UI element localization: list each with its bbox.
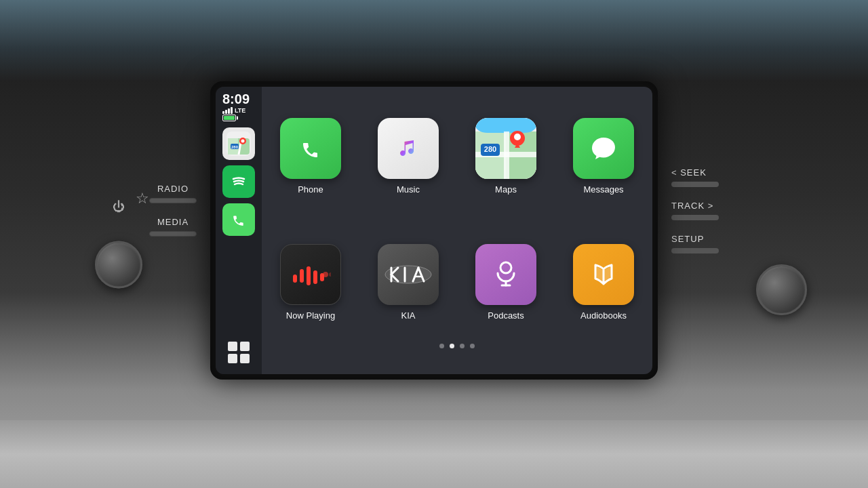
maps-icon-large[interactable]: 280 [475,118,536,179]
app-phone[interactable]: Phone [269,100,353,213]
seek-slider[interactable] [671,182,719,187]
app-maps[interactable]: 280 Maps [464,100,548,213]
lte-label: LTE [235,107,245,114]
signal-bar-2 [225,110,227,114]
carplay-screen: 8:09 LTE [216,87,652,374]
svg-rect-25 [300,269,304,283]
svg-rect-27 [313,270,317,284]
setup-button-group[interactable]: SETUP [671,234,719,253]
battery-fill [224,116,235,120]
track-button-group[interactable]: TRACK > [671,201,719,220]
signal-bar-1 [222,111,224,114]
app-messages[interactable]: Messages [561,100,646,213]
status-icons: LTE [222,107,250,121]
signal-bar-4 [231,107,233,114]
sidebar: 280 [216,87,262,374]
nowplaying-label: Now Playing [286,310,335,321]
phone-icon[interactable] [280,118,341,179]
status-time: 8:09 [222,92,250,106]
podcasts-icon[interactable] [475,244,536,305]
app-podcasts[interactable]: Podcasts [464,226,548,339]
battery-indicator [222,115,236,121]
app-grid-container: Phone [262,87,652,374]
svg-point-4 [241,140,245,143]
app-music[interactable]: Music [366,100,450,213]
page-dot-2[interactable] [450,344,454,348]
svg-point-8 [229,172,248,191]
power-area: ⏻ [95,200,142,289]
svg-point-30 [329,272,331,277]
svg-rect-26 [307,266,311,285]
track-label: TRACK > [671,201,713,211]
setup-slider[interactable] [671,248,719,253]
grid-view-icon[interactable] [226,340,251,367]
svg-rect-12 [228,354,237,363]
favorite-icon[interactable]: ☆ [136,190,149,207]
media-slider[interactable] [149,231,197,237]
app-nowplaying[interactable]: Now Playing [269,226,353,339]
messages-label: Messages [583,184,623,195]
page-dot-1[interactable] [439,344,444,348]
messages-icon[interactable] [573,118,634,179]
right-panel: < SEEK TRACK > SETUP [651,0,868,420]
media-button-group[interactable]: MEDIA [149,217,197,237]
nowplaying-icon[interactable] [280,244,341,305]
audiobooks-icon[interactable] [573,244,634,305]
setup-label: SETUP [671,234,704,244]
sidebar-spotify-icon[interactable] [222,165,255,198]
svg-text:280: 280 [231,145,239,149]
dashboard-bottom [0,420,868,488]
screen-bezel: 8:09 LTE [210,81,658,380]
page-dot-3[interactable] [460,344,465,348]
phone-label: Phone [298,184,323,195]
battery-icon [222,115,236,121]
svg-rect-9 [226,207,251,232]
app-grid: Phone [269,100,646,338]
radio-label: RADIO [157,184,189,194]
svg-point-29 [323,272,328,277]
kia-icon[interactable] [378,244,439,305]
svg-rect-11 [240,342,250,351]
maps-label: Maps [495,184,517,195]
power-icon[interactable]: ⏻ [113,200,125,214]
app-kia[interactable]: KIA [366,226,450,339]
svg-rect-17 [475,118,536,133]
sidebar-maps-icon[interactable]: 280 [222,127,255,160]
app-audiobooks[interactable]: Audiobooks [561,226,646,339]
seek-label: < SEEK [671,167,707,178]
podcasts-label: Podcasts [488,310,524,321]
signal-indicator: LTE [222,107,245,114]
seek-button-group[interactable]: < SEEK [671,167,719,187]
signal-bar-3 [228,108,230,114]
radio-button-group[interactable]: RADIO [149,184,197,203]
svg-text:280: 280 [484,145,496,153]
svg-rect-10 [228,342,237,351]
svg-rect-13 [240,354,250,363]
status-bar: 8:09 LTE [216,87,270,121]
page-indicator [439,338,475,354]
audiobooks-label: Audiobooks [580,310,627,321]
svg-rect-24 [293,274,297,283]
media-label: MEDIA [157,217,189,227]
sidebar-phone-icon[interactable] [222,203,255,236]
signal-bars [222,107,233,114]
track-slider[interactable] [671,215,719,220]
svg-point-23 [514,134,521,140]
kia-label: KIA [401,310,416,321]
music-icon[interactable] [378,118,439,179]
right-knob[interactable] [756,264,807,315]
music-label: Music [397,184,420,195]
radio-slider[interactable] [149,198,197,203]
page-dot-4[interactable] [470,344,475,348]
svg-point-39 [500,262,511,273]
dashboard: RADIO MEDIA ⏻ ☆ 8:09 [0,0,868,488]
volume-knob[interactable] [95,241,142,289]
